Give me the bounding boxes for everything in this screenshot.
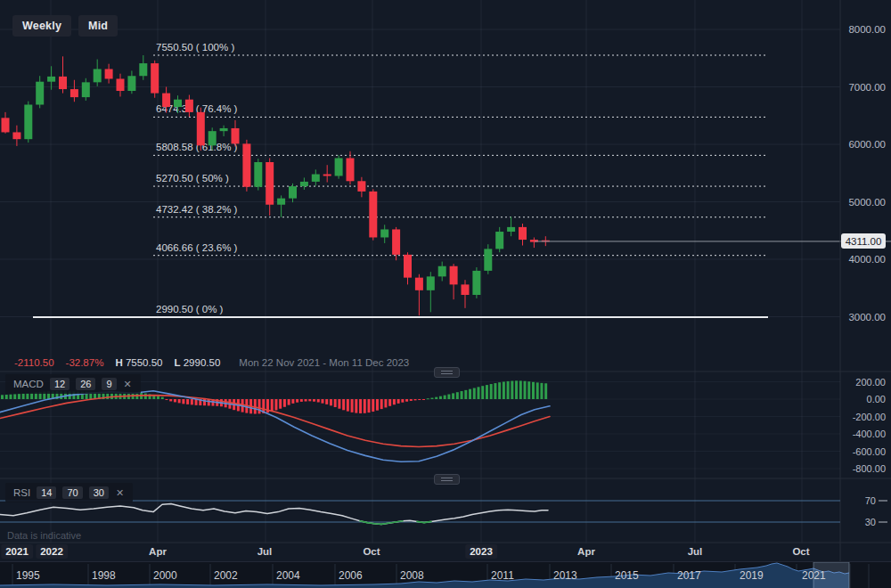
time-axis[interactable]: 20212022AprJulOct2023AprJulOct [0,543,891,561]
time-axis-label: Oct [788,544,813,559]
navigator-year-label: 1995 [16,569,40,582]
rsi-pane: 7030 [0,495,887,527]
rsi-param-lower[interactable]: 30 [89,486,109,499]
navigator-year-label: 2017 [677,569,701,582]
fib-label: 4066.66 ( 23.6% ) [156,242,238,253]
time-axis-label: Apr [144,544,171,559]
macd-pane-resize-handle[interactable] [434,367,460,378]
candle-body [484,249,492,271]
time-axis-label: Apr [573,544,600,559]
toolbar: Weekly Mid [12,15,118,37]
macd-histogram-bar [178,399,181,403]
candle [2,112,10,134]
candle [82,78,90,101]
macd-axis-label: -600.00 [853,446,886,457]
candle [70,80,78,102]
price-axis-label: 3000.00 [848,312,886,323]
timeframe-button[interactable]: Weekly [12,15,71,37]
candle-body [472,271,480,295]
candle [151,61,159,98]
rsi-line [0,504,548,525]
navigator-year-label: 2019 [740,569,764,582]
fib-label: 2990.50 ( 0% ) [156,304,224,314]
candle [59,56,67,93]
candle-body [47,77,55,82]
macd-histogram-bar [186,399,189,404]
macd-histogram-bar [342,399,345,410]
candle-body [2,118,10,132]
grid-vertical-lines [51,0,802,543]
rsi-param-length[interactable]: 14 [37,486,56,499]
rsi-pane-resize-handle[interactable] [434,474,460,485]
macd-histogram-bar [368,399,371,412]
navigator-year-label: 2013 [553,569,577,582]
candle-body [312,175,320,182]
rsi-oversold-segment [374,524,381,525]
macd-histogram-bar [477,387,479,399]
candle-body [266,162,274,205]
macd-histogram-bar [161,397,164,399]
macd-histogram-bar [313,399,315,402]
macd-close-icon[interactable]: ✕ [123,379,133,390]
candle [289,184,297,202]
candle [197,108,205,151]
low-label: L [174,357,180,368]
candle-body [462,284,470,295]
navigator-year-label: 2006 [339,569,363,582]
macd-histogram-bar [300,399,303,402]
candle-body [357,181,365,192]
macd-histogram-bar [384,399,387,407]
macd-param-signal[interactable]: 9 [102,378,116,390]
candle-body [139,63,147,76]
macd-histogram-bar [274,399,277,410]
mode-button[interactable]: Mid [78,15,118,37]
rsi-close-icon[interactable]: ✕ [115,487,125,499]
candle [357,177,365,198]
candle [94,60,102,86]
macd-histogram-bar [427,398,429,399]
macd-histogram-bar [296,399,298,403]
macd-histogram-bar [26,393,29,399]
macd-histogram-bar [288,399,290,405]
macd-histogram-bar [536,382,539,399]
macd-histogram-bar [5,395,8,399]
time-axis-label: Oct [358,544,384,559]
candle-body [12,132,20,139]
candle-body [94,69,102,83]
fib-label: 4732.42 ( 38.2% ) [156,204,238,215]
candle [369,189,377,240]
candle-body [277,199,285,205]
candle [300,177,308,190]
macd-axis-label: -400.00 [853,429,886,439]
high-value: H 7550.50 [115,357,162,368]
history-navigator[interactable]: 1995199820002002200420062008201120132015… [0,561,891,588]
fib-label: 5808.58 ( 61.8% ) [156,142,238,152]
macd-histogram-bar [527,381,530,399]
current-price-label: 4311.00 [841,233,886,249]
candle-body [254,162,262,187]
candle-body [289,186,297,199]
macd-histogram-bar [258,399,261,413]
rsi-legend: RSI 14 70 30 ✕ [5,483,133,502]
rsi-param-upper[interactable]: 70 [62,486,82,499]
candle-body [197,112,205,145]
navigator-year-label: 1998 [92,569,116,582]
candle-body [162,94,170,107]
candle-body [323,175,331,176]
candle [139,55,147,80]
macd-histogram-bar [165,399,168,400]
macd-param-fast[interactable]: 12 [50,378,69,390]
fib-label: 5270.50 ( 50% ) [156,173,229,184]
time-axis-label: 2022 [36,544,68,559]
macd-histogram-bar [308,399,311,401]
candle [347,151,355,184]
candle [220,126,228,136]
price-change-percent: -32.87% [66,357,104,368]
macd-histogram-bar [283,399,286,407]
macd-param-slow[interactable]: 26 [76,378,95,390]
candle [127,70,135,94]
candle-body [117,78,125,91]
macd-axis-label: -800.00 [853,463,886,474]
macd-histogram-bar [330,399,332,405]
rsi-oversold-segment [381,523,388,524]
